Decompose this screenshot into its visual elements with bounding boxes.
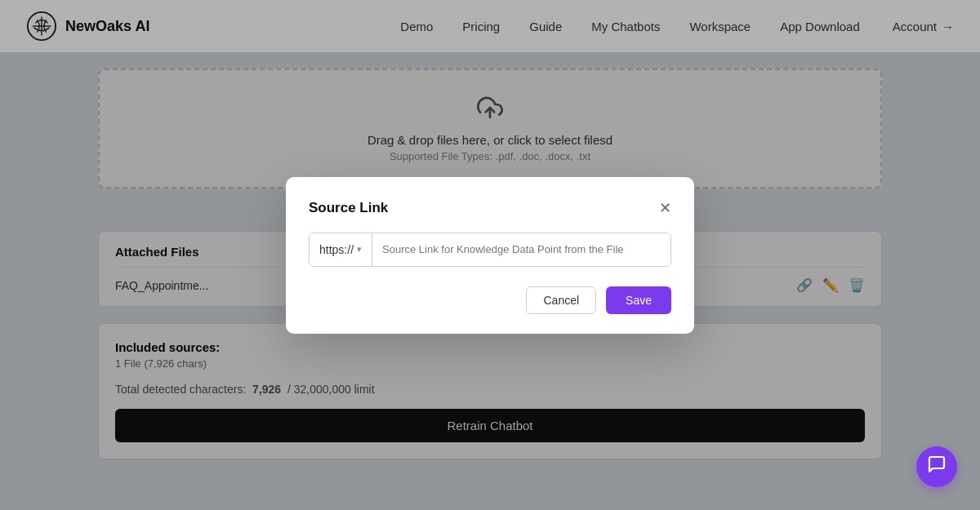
source-link-modal: Source Link ✕ https:// ▾ Cancel Save	[286, 177, 694, 334]
protocol-label: https://	[319, 243, 354, 256]
modal-overlay: Source Link ✕ https:// ▾ Cancel Save	[0, 0, 980, 510]
modal-input-row: https:// ▾	[309, 233, 671, 267]
chat-icon	[927, 455, 947, 479]
save-button[interactable]: Save	[606, 286, 671, 314]
source-link-input[interactable]	[372, 233, 670, 266]
modal-close-button[interactable]: ✕	[659, 201, 671, 215]
protocol-selector[interactable]: https:// ▾	[310, 233, 372, 266]
chat-fab-button[interactable]	[916, 446, 957, 487]
modal-footer: Cancel Save	[309, 286, 671, 314]
cancel-button[interactable]: Cancel	[526, 286, 596, 314]
modal-title: Source Link	[309, 200, 388, 216]
chevron-down-icon: ▾	[357, 244, 362, 255]
modal-header: Source Link ✕	[309, 200, 671, 216]
